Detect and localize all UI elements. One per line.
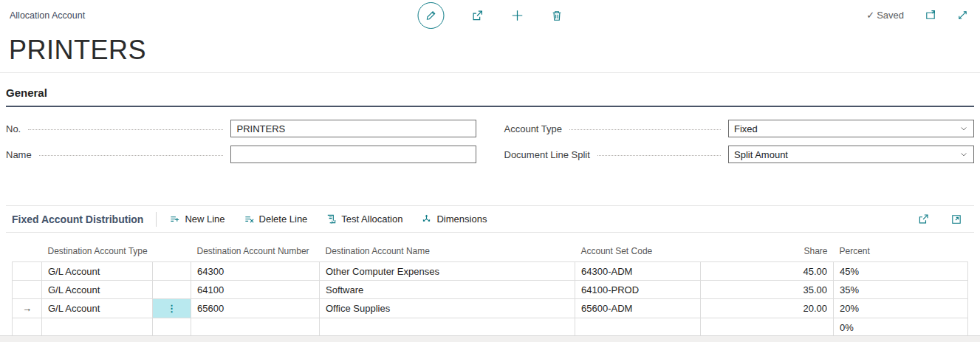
save-status: ✓ Saved	[866, 10, 904, 21]
share-lines-button[interactable]	[917, 213, 930, 225]
field-account-type: Account Type Fixed	[504, 120, 975, 137]
trash-icon	[550, 10, 563, 22]
expand-arrows-icon	[957, 10, 968, 21]
delete-button[interactable]	[550, 10, 563, 22]
cell-destination-account-type[interactable]: G/L Account	[42, 281, 153, 299]
name-label: Name	[6, 149, 32, 160]
cell-destination-account-name[interactable]: Office Supplies	[320, 299, 575, 318]
edit-button[interactable]	[417, 2, 444, 29]
header-row-options	[153, 246, 191, 262]
cell-destination-account-name[interactable]: Software	[320, 281, 575, 299]
popout-window-icon	[925, 9, 936, 21]
header-destination-account-number[interactable]: Destination Account Number	[191, 246, 320, 262]
header-account-set-code[interactable]: Account Set Code	[575, 246, 701, 262]
dimensions-button[interactable]: Dimensions	[421, 213, 487, 225]
cell-account-set-code[interactable]	[575, 318, 701, 337]
toolbar-divider	[156, 212, 157, 227]
table-row-selected: → G/L Account ⋮ 65600 Office Supplies 65…	[13, 299, 968, 318]
fixed-account-distribution-toolbar: Fixed Account Distribution New Line Dele…	[6, 205, 974, 233]
fixed-account-distribution-table: Destination Account Type Destination Acc…	[12, 246, 968, 337]
new-button[interactable]	[510, 9, 524, 22]
dotted-leader	[39, 155, 223, 156]
new-line-button[interactable]: New Line	[169, 213, 225, 225]
delete-line-label: Delete Line	[259, 213, 308, 225]
header-destination-account-type[interactable]: Destination Account Type	[42, 246, 153, 262]
save-status-label: Saved	[877, 10, 904, 21]
document-line-split-label: Document Line Split	[504, 149, 590, 160]
table-row: G/L Account 64300 Other Computer Expense…	[13, 262, 968, 281]
cell-share[interactable]: 35.00	[701, 281, 834, 299]
table-header-row: Destination Account Type Destination Acc…	[13, 246, 968, 262]
header-row-indicator	[13, 246, 42, 262]
page-caption: Allocation Account	[10, 10, 85, 21]
cell-percent: 45%	[834, 262, 968, 281]
page-title: PRINTERS	[9, 34, 980, 66]
account-type-select[interactable]: Fixed	[728, 120, 974, 137]
chevron-down-icon	[959, 150, 968, 159]
cell-share[interactable]: 45.00	[701, 262, 834, 281]
section-heading-fixed-account-distribution: Fixed Account Distribution	[12, 213, 143, 225]
row-indicator-cell	[13, 318, 42, 337]
cell-account-set-code[interactable]: 65600-ADM	[575, 299, 701, 318]
page-divider	[0, 72, 980, 73]
cell-destination-account-type[interactable]: G/L Account	[42, 299, 153, 318]
section-heading-general[interactable]: General	[6, 86, 974, 107]
open-in-new-window-button[interactable]	[925, 9, 936, 21]
table-row-empty: 0%	[13, 318, 968, 337]
header-percent[interactable]: Percent	[834, 246, 968, 262]
cell-destination-account-name[interactable]	[320, 318, 575, 337]
row-options-cell	[153, 281, 191, 299]
row-options-cell	[153, 262, 191, 281]
field-no: No.	[6, 120, 476, 137]
cell-share[interactable]	[701, 318, 834, 337]
cell-destination-account-number[interactable]: 64100	[191, 281, 320, 299]
cell-destination-account-number[interactable]: 65600	[191, 299, 320, 318]
field-name: Name	[6, 146, 476, 163]
cell-destination-account-number[interactable]: 64300	[191, 262, 320, 281]
share-button[interactable]	[470, 9, 484, 22]
top-bar: Allocation Account	[0, 0, 980, 33]
chevron-down-icon	[959, 124, 968, 133]
delete-line-button[interactable]: Delete Line	[244, 213, 308, 225]
account-type-label: Account Type	[504, 123, 563, 134]
dotted-leader	[569, 129, 721, 130]
no-input[interactable]	[230, 120, 476, 137]
cell-account-set-code[interactable]: 64100-PROD	[575, 281, 701, 299]
cell-destination-account-type[interactable]	[42, 318, 153, 337]
share-icon	[470, 9, 484, 22]
vertical-ellipsis-icon: ⋮	[167, 303, 177, 314]
row-options-button[interactable]: ⋮	[153, 299, 191, 318]
cell-destination-account-name[interactable]: Other Computer Expenses	[320, 262, 575, 281]
cell-percent: 20%	[834, 299, 968, 318]
dimensions-icon	[421, 213, 432, 225]
cell-destination-account-type[interactable]: G/L Account	[42, 262, 153, 281]
cell-percent: 0%	[834, 318, 968, 337]
expand-table-button[interactable]	[950, 213, 962, 225]
expand-box-icon	[950, 213, 962, 225]
row-options-cell	[153, 318, 191, 337]
horizontal-scrollbar[interactable]	[0, 335, 980, 342]
header-destination-account-name[interactable]: Destination Account Name	[320, 246, 575, 262]
cell-share[interactable]: 20.00	[701, 299, 834, 318]
table-row: G/L Account 64100 Software 64100-PROD 35…	[13, 281, 968, 299]
name-input[interactable]	[230, 146, 476, 163]
cell-percent: 35%	[834, 281, 968, 299]
test-allocation-icon	[326, 213, 337, 225]
new-line-label: New Line	[185, 213, 225, 225]
pencil-icon	[417, 2, 444, 29]
document-line-split-select[interactable]: Split Amount	[728, 146, 974, 163]
page-toolbar	[417, 2, 563, 29]
field-document-line-split: Document Line Split Split Amount	[504, 146, 975, 163]
row-indicator-cell: →	[13, 299, 42, 318]
cell-destination-account-number[interactable]	[191, 318, 320, 337]
dimensions-label: Dimensions	[436, 213, 487, 225]
expand-page-button[interactable]	[957, 10, 968, 21]
header-share[interactable]: Share	[701, 246, 834, 262]
no-label: No.	[6, 123, 21, 134]
check-icon: ✓	[866, 10, 874, 21]
cell-account-set-code[interactable]: 64300-ADM	[575, 262, 701, 281]
test-allocation-label: Test Allocation	[341, 213, 402, 225]
test-allocation-button[interactable]: Test Allocation	[326, 213, 402, 225]
account-type-value: Fixed	[734, 123, 758, 134]
general-section: General No. Name Account Type Fixed	[0, 86, 980, 337]
